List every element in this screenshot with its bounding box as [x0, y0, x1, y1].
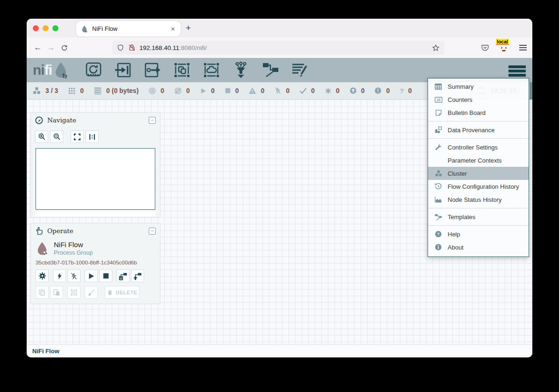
menu-item-flow-configuration-history[interactable]: Flow Configuration History	[428, 180, 529, 193]
stop-square-button[interactable]	[99, 270, 112, 282]
pocket-icon[interactable]	[481, 43, 489, 52]
counters-icon: 23	[434, 96, 443, 103]
menu-item-controller-settings[interactable]: Controller Settings	[428, 141, 529, 154]
shield-icon[interactable]	[117, 44, 124, 51]
zoom-window-button[interactable]	[52, 25, 58, 31]
zoom-fit-button[interactable]	[71, 130, 84, 143]
up-to-date-stat: 0	[299, 87, 315, 94]
process-group-component-icon[interactable]	[173, 62, 191, 78]
minimize-window-button[interactable]	[43, 25, 49, 31]
not-transmitting-count: 0	[186, 87, 190, 94]
forward-button[interactable]: →	[44, 43, 58, 52]
svg-text:?: ?	[437, 232, 439, 236]
sync-failure-count: 0	[408, 87, 412, 94]
color-brush-button[interactable]	[85, 286, 98, 299]
data-provenance-icon	[434, 126, 443, 134]
paste-button[interactable]	[50, 286, 63, 299]
enable-bolt-button[interactable]	[53, 270, 66, 282]
template-icon	[434, 214, 443, 221]
menu-item-data-provenance[interactable]: Data Provenance	[428, 123, 529, 136]
menu-separator	[428, 138, 529, 139]
start-play-button[interactable]	[85, 270, 98, 282]
transmitting-bullseye-icon	[148, 87, 156, 95]
menu-item-summary[interactable]: Summary	[428, 80, 529, 93]
stale-stat: 0	[349, 87, 365, 94]
breadcrumb-root[interactable]: NiFi Flow	[32, 348, 59, 355]
disabled-stat: 0	[274, 87, 290, 94]
operate-collapse-button[interactable]: −	[149, 228, 156, 235]
stale-count: 0	[361, 87, 365, 94]
menu-item-parameter-contexts[interactable]: Parameter Contexts	[428, 154, 529, 167]
up-to-date-check-icon	[299, 87, 307, 94]
nifi-logo-ni: ni	[33, 62, 44, 78]
close-window-button[interactable]	[33, 25, 39, 31]
cluster-cubes-icon	[434, 170, 443, 177]
bulletin-board-icon	[434, 109, 443, 116]
save-template-button[interactable]	[116, 270, 130, 282]
profile-avatar[interactable]: local	[499, 42, 510, 53]
input-port-component-icon[interactable]	[114, 62, 132, 78]
reload-icon[interactable]	[58, 44, 71, 51]
invalid-warning-icon	[248, 87, 256, 94]
group-button[interactable]	[67, 286, 80, 299]
modified-stale-exclamation-icon	[374, 87, 382, 94]
stopped-square-icon	[225, 87, 231, 94]
selected-flow-name: NiFi Flow	[54, 241, 93, 249]
queued-count: 0 (0 bytes)	[106, 87, 138, 94]
selected-flow-type: Process Group	[54, 249, 93, 256]
invalid-count: 0	[261, 87, 264, 94]
profile-badge: local	[496, 39, 509, 45]
zoom-actual-size-button[interactable]	[86, 130, 99, 143]
url-text[interactable]: 192.168.40.11:8080/nifi/	[139, 44, 432, 51]
menu-item-templates[interactable]: Templates	[428, 210, 529, 223]
upload-template-button[interactable]	[131, 270, 144, 282]
copy-button[interactable]	[36, 286, 49, 299]
menu-separator	[428, 208, 529, 208]
nifi-global-menu-icon[interactable]	[508, 64, 526, 78]
tab-close-icon[interactable]: ×	[170, 25, 176, 33]
insecure-lock-slash-icon[interactable]	[128, 44, 136, 51]
bookmark-star-icon[interactable]	[432, 44, 440, 52]
menu-item-help[interactable]: ? Help	[428, 228, 529, 241]
queued-list-icon	[94, 87, 102, 94]
url-host: 192.168.40.11	[139, 44, 179, 51]
birdseye-slider[interactable]	[36, 211, 155, 216]
delete-button[interactable]: DELETE	[105, 286, 139, 299]
output-port-component-icon[interactable]	[144, 62, 161, 78]
browser-tab[interactable]: NiFi Flow ×	[76, 21, 181, 36]
menu-item-cluster[interactable]: Cluster	[428, 167, 529, 180]
menu-item-counters[interactable]: 23 Counters	[428, 93, 529, 106]
nifi-app: nifi	[27, 58, 532, 357]
cluster-stat: 3 / 3	[32, 87, 58, 95]
template-component-icon[interactable]	[261, 62, 279, 78]
threads-stat: 0	[68, 87, 84, 95]
not-transmitting-slashed-icon	[174, 87, 182, 95]
configuration-gear-button[interactable]	[36, 270, 49, 282]
help-circle-icon: ?	[434, 230, 443, 238]
menu-separator	[428, 225, 529, 226]
modified-stale-count: 0	[386, 87, 390, 94]
threads-count: 0	[80, 87, 84, 94]
zoom-in-button[interactable]	[35, 130, 48, 143]
delete-button-label: DELETE	[116, 290, 137, 295]
back-button[interactable]: ←	[31, 43, 44, 52]
firefox-menu-icon[interactable]	[519, 43, 527, 52]
label-component-icon[interactable]	[291, 62, 309, 78]
new-tab-button[interactable]: +	[186, 23, 191, 33]
stopped-stat: 0	[225, 87, 239, 94]
operate-panel: Operate − NiFi Flow Process Group 35cbd3…	[30, 223, 160, 304]
svg-text:23: 23	[436, 98, 440, 102]
remote-process-group-component-icon[interactable]	[203, 62, 220, 78]
right-edge-strip	[530, 82, 532, 100]
threads-grid-icon	[68, 87, 76, 95]
birdseye-minimap[interactable]	[36, 148, 155, 210]
navigate-collapse-button[interactable]: −	[149, 117, 156, 124]
menu-item-about[interactable]: About	[428, 241, 529, 254]
menu-item-node-status-history[interactable]: Node Status History	[428, 193, 529, 206]
funnel-component-icon[interactable]	[232, 62, 250, 78]
zoom-out-button[interactable]	[50, 130, 63, 143]
menu-item-bulletin-board[interactable]: Bulletin Board	[428, 106, 529, 119]
address-field[interactable]: 192.168.40.11:8080/nifi/	[112, 41, 444, 55]
processor-component-icon[interactable]	[85, 62, 102, 78]
disable-bolt-slash-button[interactable]	[67, 270, 80, 282]
